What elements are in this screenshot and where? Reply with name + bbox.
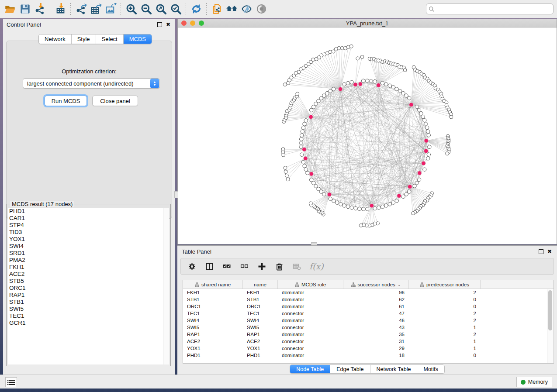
table-cell[interactable]: STB1: [243, 296, 278, 303]
mcds-result-item[interactable]: GCR1: [8, 320, 163, 327]
close-panel-icon[interactable]: ✖: [165, 21, 171, 28]
table-cell[interactable]: 61: [343, 303, 409, 310]
column-header-successor-nodes[interactable]: successor nodes⌄: [343, 280, 409, 289]
table-row[interactable]: FKH1FKH1dominator962: [183, 289, 554, 296]
table-cell[interactable]: 0: [409, 303, 481, 310]
table-cell[interactable]: 1: [409, 345, 481, 352]
table-row[interactable]: SWI5SWI5connector431: [183, 324, 554, 331]
vertical-splitter-handle[interactable]: [174, 191, 178, 198]
column-header-shared-name[interactable]: shared name: [183, 280, 243, 289]
table-cell[interactable]: 18: [343, 352, 409, 359]
export-network-icon[interactable]: [73, 2, 88, 17]
table-cell[interactable]: ACE2: [243, 338, 278, 345]
table-cell[interactable]: PHD1: [243, 352, 278, 359]
save-icon[interactable]: [17, 2, 32, 17]
table-cell[interactable]: connector: [278, 345, 343, 352]
table-row[interactable]: PHD1PHD1dominator180: [183, 352, 554, 359]
mcds-result-item[interactable]: SWI4: [8, 243, 163, 250]
import-network-icon[interactable]: [32, 2, 47, 17]
mcds-result-item[interactable]: SRD1: [8, 250, 163, 257]
zoom-fit-icon[interactable]: [153, 2, 168, 17]
float-panel-icon[interactable]: [157, 22, 162, 27]
table-cell[interactable]: 0: [409, 296, 481, 303]
table-row[interactable]: YOX1YOX1connector291: [183, 345, 554, 352]
show-eye-icon[interactable]: [254, 2, 269, 17]
mcds-result-item[interactable]: PMA2: [8, 257, 163, 264]
refresh-icon[interactable]: [189, 2, 204, 17]
task-history-button[interactable]: [5, 377, 17, 387]
unselect-all-icon[interactable]: [239, 261, 249, 271]
table-row[interactable]: TEC1TEC1connector472: [183, 310, 554, 317]
table-cell[interactable]: RAP1: [243, 331, 278, 338]
table-cell[interactable]: SWI4: [183, 317, 243, 324]
table-cell[interactable]: dominator: [278, 303, 343, 310]
table-cell[interactable]: YOX1: [243, 345, 278, 352]
mcds-result-item[interactable]: STB5: [8, 278, 163, 285]
mcds-result-item[interactable]: YOX1: [8, 236, 163, 243]
tab-select[interactable]: Select: [96, 34, 124, 44]
window-close-icon[interactable]: [181, 21, 187, 26]
network-canvas[interactable]: [178, 28, 557, 244]
hide-eye-icon[interactable]: [239, 2, 254, 17]
table-cell[interactable]: 2: [409, 331, 481, 338]
column-header-name[interactable]: name: [243, 280, 278, 289]
table-cell[interactable]: dominator: [278, 289, 343, 296]
zoom-out-icon[interactable]: [138, 2, 153, 17]
memory-button[interactable]: Memory: [516, 377, 552, 387]
table-row[interactable]: RAP1RAP1dominator352: [183, 331, 554, 338]
optimization-criterion-select[interactable]: largest connected component (undirected)…: [23, 78, 160, 89]
table-cell[interactable]: 2: [409, 317, 481, 324]
table-cell[interactable]: 0: [409, 352, 481, 359]
table-cell[interactable]: connector: [278, 338, 343, 345]
search-box[interactable]: [426, 3, 554, 14]
mcds-result-item[interactable]: PHD1: [8, 208, 163, 215]
table-cell[interactable]: connector: [278, 324, 343, 331]
export-table-icon[interactable]: [88, 2, 103, 17]
table-cell[interactable]: ORC1: [243, 303, 278, 310]
mcds-result-scrollbar[interactable]: [163, 208, 169, 364]
table-cell[interactable]: FKH1: [183, 289, 243, 296]
mcds-result-item[interactable]: RAP1: [8, 292, 163, 299]
select-all-check-icon[interactable]: [222, 261, 232, 271]
table-cell[interactable]: 1: [409, 338, 481, 345]
mcds-result-item[interactable]: ORC1: [8, 285, 163, 292]
zoom-selected-icon[interactable]: [168, 2, 183, 17]
table-cell[interactable]: YOX1: [183, 345, 243, 352]
table-cell[interactable]: TEC1: [183, 310, 243, 317]
mcds-result-item[interactable]: FKH1: [8, 264, 163, 271]
table-cell[interactable]: ACE2: [183, 338, 243, 345]
clone-network-icon[interactable]: [209, 2, 224, 17]
table-cell[interactable]: 31: [343, 338, 409, 345]
tab-edge-table[interactable]: Edge Table: [330, 365, 370, 373]
table-cell[interactable]: 62: [343, 296, 409, 303]
add-column-icon[interactable]: [257, 261, 266, 271]
tab-network-table[interactable]: Network Table: [370, 365, 418, 373]
run-mcds-button[interactable]: Run MCDS: [45, 96, 87, 106]
tab-node-table[interactable]: Node Table: [290, 365, 330, 373]
table-cell[interactable]: RAP1: [183, 331, 243, 338]
network-window-titlebar[interactable]: YPA_prune.txt_1: [178, 19, 557, 28]
home-browser-icon[interactable]: [224, 2, 239, 17]
table-cell[interactable]: PHD1: [183, 352, 243, 359]
zoom-in-icon[interactable]: [124, 2, 138, 17]
table-cell[interactable]: connector: [278, 310, 343, 317]
open-folder-icon[interactable]: [3, 2, 17, 17]
table-cell[interactable]: dominator: [278, 352, 343, 359]
table-cell[interactable]: STB1: [183, 296, 243, 303]
delete-column-icon[interactable]: [274, 261, 284, 271]
mcds-result-item[interactable]: CAR1: [8, 215, 163, 222]
mcds-result-item[interactable]: TID3: [8, 229, 163, 236]
table-scrollbar-thumb[interactable]: [548, 290, 552, 330]
table-cell[interactable]: dominator: [278, 317, 343, 324]
search-input[interactable]: [437, 5, 553, 14]
table-cell[interactable]: dominator: [278, 331, 343, 338]
table-cell[interactable]: dominator: [278, 296, 343, 303]
table-row[interactable]: ORC1ORC1dominator610: [183, 303, 554, 310]
table-scrollbar[interactable]: [547, 289, 553, 363]
table-cell[interactable]: 29: [343, 345, 409, 352]
tab-mcds[interactable]: MCDS: [124, 34, 152, 44]
gear-icon[interactable]: [187, 261, 197, 271]
mcds-result-item[interactable]: SWI5: [8, 306, 163, 313]
window-minimize-icon[interactable]: [190, 21, 195, 26]
window-zoom-icon[interactable]: [199, 21, 204, 26]
